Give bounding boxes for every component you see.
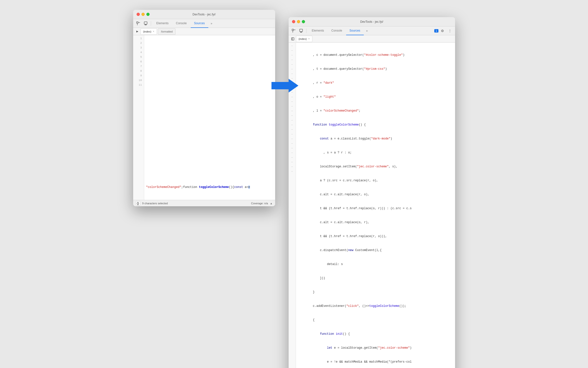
gutter-2: — [289,48,296,53]
minimize-button-right[interactable] [297,20,300,23]
left-line-numbers: 1 2 3 4 5 6 7 8 9 10 11 [133,35,144,200]
gutter-7: — [289,71,296,76]
ln-4: 4 [133,50,144,55]
left-title-bar: DevTools - jec.fyi/ [133,10,275,19]
inspector-icon[interactable] [135,20,141,27]
rcode-6: function toggleColorScheme() { [299,123,453,127]
traffic-lights-left [137,13,150,16]
rcode-13: c.alt = c.alt.replace(o, r), [299,220,453,225]
rcode-17: })) [299,276,453,281]
right-source-tabs: (index) × [289,35,455,43]
left-status-left: {} 9 characters selected [136,201,168,206]
rcode-1: , c = document.querySelector("#color-sch… [299,53,453,58]
tab-elements-right[interactable]: Elements [308,26,328,35]
left-code-area: 1 2 3 4 5 6 7 8 9 10 11 [133,35,275,200]
close-button-right[interactable] [292,20,295,23]
right-code-content[interactable]: , c = document.querySelector("#color-sch… [296,43,455,368]
more-vert-icon-right[interactable]: ⋮ [447,28,453,34]
gutter-17: — [289,118,296,123]
rcode-14: t && (t.href = t.href.replace(r, o))), [299,234,453,239]
maximize-button-left[interactable] [146,13,150,16]
source-tab-index-left[interactable]: (index) × [141,28,157,35]
ln-8: 8 [133,69,144,73]
gutter-6: — [289,67,296,71]
right-code-area: — — — — — — — — — — — — — — — — — — — — [289,43,455,368]
left-code-content[interactable]: "colorSchemeChanged";function toggleColo… [144,35,275,200]
code-line-2 [146,59,273,64]
left-toolbar: Elements Console Sources » [133,19,275,28]
svg-marker-5 [271,79,298,92]
rcode-7: const a = e.classList.toggle("dark-mode"… [299,137,453,141]
blue-arrow [271,78,298,93]
code-line-9 [146,157,273,162]
left-source-tabs: (index) × :formatted [133,28,275,35]
code-line-3 [146,73,273,78]
tab-console-right[interactable]: Console [328,26,346,35]
code-line-8 [146,143,273,148]
svg-rect-10 [292,38,294,40]
traffic-lights-right [292,20,305,23]
tab-more-right[interactable]: » [364,29,370,33]
gutter-12: — [289,95,296,99]
tab-more-left[interactable]: » [209,22,214,25]
svg-rect-0 [137,22,138,23]
left-status-text: 9 characters selected [142,202,168,205]
maximize-button-right[interactable] [302,20,305,23]
code-line-7 [146,129,273,134]
source-tab-index-label-left: (index) [143,30,152,33]
ln-9: 9 [133,73,144,78]
gutter-4: — [289,58,296,62]
source-tab-close-left[interactable]: × [153,30,154,33]
svg-rect-6 [292,29,294,31]
rcode-5: , l = "colorSchemeChanged"; [299,109,453,113]
ln-10: 10 [133,78,144,83]
left-window-title: DevTools - jec.fyi/ [192,13,215,16]
ln-7: 7 [133,64,144,69]
gutter-25: — [289,155,296,160]
device-icon-right[interactable] [298,28,304,34]
right-title-bar: DevTools - jec.fyi/ [289,17,455,26]
code-line-1 [146,46,273,50]
source-tab-close-right[interactable]: × [308,37,310,40]
ln-1: 1 [133,36,144,41]
minimize-button-left[interactable] [141,13,145,16]
gutter-19: — [289,127,296,132]
svg-rect-1 [144,22,147,24]
gutter-21: — [289,137,296,141]
tab-console-left[interactable]: Console [173,19,190,28]
source-tab-formatted-label: :formatted [161,30,173,33]
settings-icon-right[interactable]: ⚙ [439,28,446,34]
ln-11: 11 [133,83,144,87]
left-status-bar: {} 9 characters selected Coverage: n/a ▲ [133,200,275,206]
ln-3: 3 [133,46,144,50]
left-pretty-print-btn[interactable]: {} [136,201,140,206]
rcode-9: localStorage.setItem("jec.color-scheme",… [299,164,453,169]
gutter-18: — [289,123,296,127]
tab-sources-left[interactable]: Sources [191,19,208,28]
tab-sources-right[interactable]: Sources [346,26,364,35]
code-line-5 [146,101,273,106]
inspector-icon-right[interactable] [291,28,297,34]
source-tab-index-right[interactable]: (index) × [296,36,312,42]
tab-elements-left[interactable]: Elements [153,19,172,28]
badge-count: 1 [434,29,438,33]
scroll-to-bottom-icon[interactable]: ▲ [270,202,273,205]
ln-2: 2 [133,41,144,46]
gutter-27: — [289,164,296,169]
rcode-19: c.addEventListener("click", ()=>toggleCo… [299,304,453,309]
gutter-24: — [289,150,296,155]
panel-toggle-right[interactable] [291,37,295,41]
right-toolbar-right: 1 ⚙ ⋮ [434,28,453,34]
svg-rect-7 [300,29,303,32]
left-devtools-window: DevTools - jec.fyi/ Elements Consol [133,10,275,206]
code-line-10 [146,171,273,176]
close-button-left[interactable] [137,13,140,16]
rcode-2: , t = document.querySelector("#prism-css… [299,67,453,71]
gutter-28: — [289,169,296,174]
gutter-1: — [289,44,296,48]
panel-toggle-left[interactable] [135,29,140,34]
gutter-5: — [289,62,296,67]
device-icon[interactable] [142,20,149,27]
source-tab-formatted-left[interactable]: :formatted [158,28,176,35]
gutter-15: — [289,109,296,113]
